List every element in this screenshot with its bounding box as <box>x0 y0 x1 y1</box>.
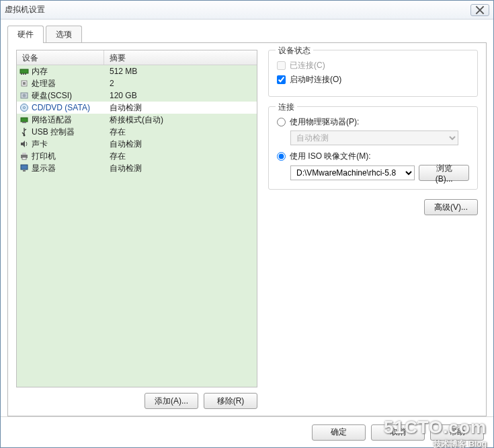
hardware-list-header: 设备 摘要 <box>17 50 257 65</box>
hardware-row-label: 声卡 <box>30 139 104 150</box>
hardware-row-label: 显示器 <box>30 163 104 174</box>
hardware-row[interactable]: 处理器2 <box>17 77 257 89</box>
tab-options[interactable]: 选项 <box>46 26 82 43</box>
device-status-group: 设备状态 已连接(C) 启动时连接(O) <box>268 50 478 97</box>
hardware-row[interactable]: CD/DVD (SATA)自动检测 <box>17 102 257 114</box>
hardware-row-summary: 存在 <box>104 151 255 162</box>
browse-button[interactable]: 浏览(B)... <box>419 165 469 181</box>
svg-rect-5 <box>23 82 26 85</box>
hardware-row[interactable]: 内存512 MB <box>17 65 257 77</box>
svg-rect-15 <box>22 157 26 159</box>
advanced-button[interactable]: 高级(V)... <box>424 199 478 215</box>
tab-hardware[interactable]: 硬件 <box>7 26 44 43</box>
connection-group: 连接 使用物理驱动器(P): 自动检测 使用 ISO 映像文件(M): <box>268 106 478 190</box>
hardware-row-label: USB 控制器 <box>30 126 104 138</box>
svg-rect-2 <box>23 73 24 75</box>
svg-rect-1 <box>21 73 22 75</box>
hardware-row-label: 打印机 <box>30 151 104 162</box>
memory-icon <box>19 67 29 76</box>
hardware-row-summary: 桥接模式(自动) <box>104 114 255 126</box>
use-iso-radio[interactable] <box>277 152 286 161</box>
hdd-icon <box>19 91 29 100</box>
close-icon <box>475 5 485 15</box>
svg-rect-14 <box>22 153 26 155</box>
hardware-row-label: 网络适配器 <box>30 114 104 126</box>
connected-label: 已连接(C) <box>290 60 325 71</box>
watermark-line2: 技术博客 <box>434 439 466 448</box>
help-button[interactable]: 帮助 <box>430 424 484 441</box>
window-title: 虚拟机设置 <box>5 4 45 15</box>
hardware-row-summary: 2 <box>104 79 255 88</box>
sound-icon <box>19 139 29 149</box>
usb-icon <box>19 127 29 137</box>
hardware-row[interactable]: 打印机存在 <box>17 150 257 162</box>
tab-panel-hardware: 设备 摘要 内存512 MB处理器2硬盘(SCSI)120 GBCD/DVD (… <box>7 42 487 416</box>
svg-rect-0 <box>20 69 28 73</box>
hardware-row[interactable]: 显示器自动检测 <box>17 162 257 174</box>
add-hardware-button[interactable]: 添加(A)... <box>145 393 198 409</box>
use-iso-label: 使用 ISO 映像文件(M): <box>290 151 371 162</box>
svg-rect-10 <box>21 118 28 122</box>
close-button[interactable] <box>470 4 489 16</box>
right-column: 设备状态 已连接(C) 启动时连接(O) 连接 使用物理驱动器(P): <box>257 50 478 409</box>
hardware-header-device: 设备 <box>17 50 104 65</box>
left-column: 设备 摘要 内存512 MB处理器2硬盘(SCSI)120 GBCD/DVD (… <box>16 50 257 409</box>
hardware-row[interactable]: USB 控制器存在 <box>17 126 257 138</box>
svg-rect-11 <box>22 122 26 123</box>
connected-row: 已连接(C) <box>277 60 469 71</box>
nic-icon <box>19 115 29 124</box>
connection-title: 连接 <box>276 102 297 113</box>
connect-at-poweron-label: 启动时连接(O) <box>290 74 341 85</box>
connect-at-poweron-row[interactable]: 启动时连接(O) <box>277 74 469 85</box>
tabs: 硬件 选项 <box>1 20 493 42</box>
titlebar: 虚拟机设置 <box>1 1 493 20</box>
remove-hardware-button[interactable]: 移除(R) <box>204 393 257 409</box>
use-iso-row[interactable]: 使用 ISO 映像文件(M): <box>277 151 469 162</box>
use-physical-label: 使用物理驱动器(P): <box>290 116 359 128</box>
hardware-row[interactable]: 声卡自动检测 <box>17 138 257 150</box>
printer-icon <box>19 151 29 161</box>
svg-rect-3 <box>25 73 26 75</box>
connected-checkbox <box>277 61 286 70</box>
display-icon <box>19 163 29 173</box>
svg-rect-17 <box>23 170 26 172</box>
watermark-suffix: Blog <box>468 439 487 448</box>
hardware-row-label: 硬盘(SCSI) <box>30 90 104 102</box>
hardware-rows: 内存512 MB处理器2硬盘(SCSI)120 GBCD/DVD (SATA)自… <box>17 65 257 387</box>
connect-at-poweron-checkbox[interactable] <box>277 75 286 84</box>
hardware-row-summary: 存在 <box>104 126 255 138</box>
svg-point-12 <box>24 135 26 137</box>
hardware-row-summary: 120 GB <box>104 91 255 100</box>
hardware-row[interactable]: 网络适配器桥接模式(自动) <box>17 114 257 126</box>
device-status-title: 设备状态 <box>276 45 313 57</box>
cancel-button[interactable]: 取消 <box>371 424 425 441</box>
hardware-row-summary: 自动检测 <box>104 163 255 174</box>
vm-settings-window: 虚拟机设置 硬件 选项 设备 摘要 内存512 MB处理器2硬盘(SCSI)12… <box>0 0 494 448</box>
cpu-icon <box>19 79 29 88</box>
hardware-row-label: 处理器 <box>30 78 104 89</box>
svg-point-9 <box>24 107 26 109</box>
hardware-row-summary: 512 MB <box>104 67 255 76</box>
svg-point-7 <box>23 94 26 98</box>
disc-icon <box>19 103 29 112</box>
hardware-list: 设备 摘要 内存512 MB处理器2硬盘(SCSI)120 GBCD/DVD (… <box>16 50 257 387</box>
physical-drive-select: 自动检测 <box>290 130 458 145</box>
hardware-row-label: 内存 <box>30 66 104 77</box>
use-physical-row[interactable]: 使用物理驱动器(P): <box>277 116 469 128</box>
hardware-row-summary: 自动检测 <box>104 102 255 114</box>
hardware-row-summary: 自动检测 <box>104 139 255 150</box>
hardware-row-label: CD/DVD (SATA) <box>30 103 104 112</box>
ok-button[interactable]: 确定 <box>312 424 366 441</box>
hardware-row[interactable]: 硬盘(SCSI)120 GB <box>17 89 257 102</box>
use-physical-radio[interactable] <box>277 118 286 126</box>
iso-path-combo[interactable]: D:\VMwareMachine\rhci-5.8 <box>290 165 415 180</box>
dialog-footer: 确定 取消 帮助 51CTO.com 技术博客 Blog <box>1 416 493 447</box>
hardware-header-summary: 摘要 <box>104 50 257 65</box>
svg-rect-16 <box>21 165 28 170</box>
